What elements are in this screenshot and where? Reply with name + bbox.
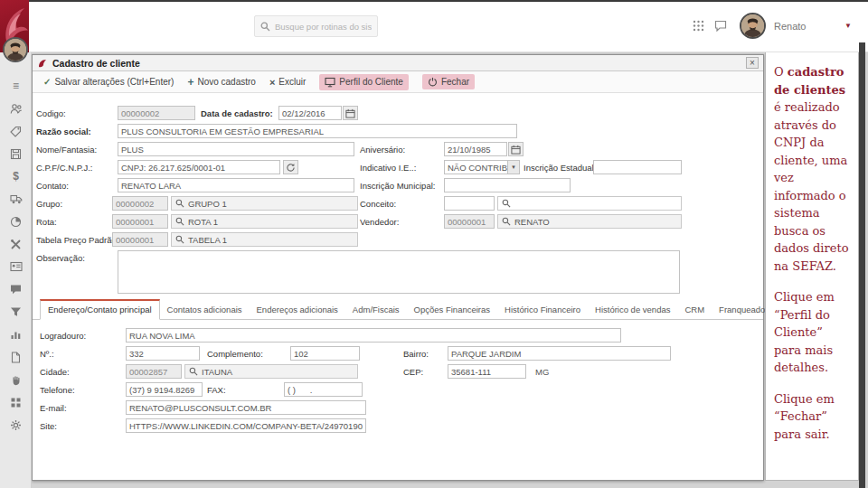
tabela-preco-code-input[interactable] <box>112 232 168 247</box>
email-label: E-mail: <box>40 403 67 413</box>
help-paragraph-1: O cadastro de clientes é realizado atrav… <box>774 63 854 275</box>
save-button[interactable]: ✓Salvar alterações (Ctrl+Enter) <box>43 77 174 87</box>
tab-historico-financeiro[interactable]: Histórico Financeiro <box>497 301 588 319</box>
complemento-input[interactable] <box>290 346 360 361</box>
client-profile-button[interactable]: Perfil do Cliente <box>319 74 409 90</box>
codigo-label: Codigo: <box>36 108 66 118</box>
observacao-textarea[interactable] <box>118 250 680 294</box>
sidebar-icons: ≡ $ <box>0 80 32 431</box>
comment-icon[interactable] <box>10 283 23 296</box>
fax-label: FAX: <box>207 385 226 395</box>
vertical-scrollbar[interactable] <box>859 42 865 488</box>
search-icon <box>502 199 511 208</box>
tab-crm[interactable]: CRM <box>677 301 712 319</box>
search-icon <box>260 22 270 32</box>
search-input[interactable] <box>275 22 372 32</box>
aniversario-input[interactable] <box>444 142 507 156</box>
system-search[interactable] <box>254 15 378 37</box>
inscricao-estadual-input[interactable] <box>593 160 682 174</box>
bar-chart-icon[interactable] <box>10 328 23 341</box>
indicativo-ie-select[interactable]: NÃO CONTRIBU...▼ <box>444 160 520 174</box>
file-icon[interactable] <box>10 351 23 363</box>
tab-opcoes-financeiras[interactable]: Opções Financeiras <box>407 301 497 319</box>
user-avatar[interactable] <box>740 13 766 39</box>
window-close-button[interactable]: × <box>746 57 759 69</box>
cidade-lookup[interactable]: ITAUNA <box>184 364 358 379</box>
conceito-code-input[interactable] <box>444 196 495 211</box>
apps-grid-icon[interactable] <box>692 19 705 33</box>
vendedor-code-input[interactable] <box>444 214 495 229</box>
fax-input[interactable] <box>284 382 363 397</box>
calendar-icon[interactable] <box>343 106 358 120</box>
tab-historico-de-vendas[interactable]: Histórico de vendas <box>588 301 677 319</box>
inscricao-municipal-label: Inscrição Municipal: <box>360 181 435 191</box>
contato-label: Contato: <box>36 181 69 191</box>
user-menu-caret-icon[interactable]: ▼ <box>844 22 852 30</box>
logradouro-label: Logradouro: <box>40 331 86 341</box>
cidade-code-input[interactable] <box>126 364 182 379</box>
rota-code-input[interactable] <box>112 214 168 229</box>
user-name[interactable]: Renato <box>774 21 806 32</box>
calendar-icon[interactable] <box>508 142 524 156</box>
savings-icon[interactable] <box>10 147 23 160</box>
new-record-button[interactable]: +Novo cadastro <box>187 76 256 89</box>
inscricao-municipal-input[interactable] <box>444 178 571 192</box>
site-input[interactable] <box>126 418 366 433</box>
rota-lookup[interactable]: ROTA 1 <box>171 214 358 229</box>
tag-icon[interactable] <box>10 125 23 137</box>
conceito-lookup[interactable] <box>497 196 682 211</box>
grupo-label: Grupo: <box>36 199 62 209</box>
codigo-input[interactable] <box>118 106 195 120</box>
delete-button[interactable]: ×Excluir <box>269 77 306 88</box>
razao-social-input[interactable] <box>118 124 517 138</box>
data-cadastro-input[interactable] <box>278 106 342 120</box>
dollar-icon[interactable]: $ <box>10 170 23 183</box>
close-window-button[interactable]: Fechar <box>422 74 475 89</box>
tab-adm-fiscais[interactable]: Adm/Fiscais <box>345 301 407 319</box>
monitor-icon <box>325 77 335 88</box>
bairro-label: Bairro: <box>403 349 429 359</box>
vendedor-label: Vendedor: <box>360 217 399 227</box>
users-icon[interactable] <box>10 102 23 115</box>
nome-fantasia-input[interactable] <box>118 142 354 156</box>
hand-icon[interactable] <box>10 373 23 386</box>
email-input[interactable] <box>126 400 366 415</box>
tab-enderecos-adicionais[interactable]: Endereços adicionais <box>250 301 345 319</box>
tabela-preco-lookup[interactable]: TABELA 1 <box>171 232 358 247</box>
tab-contatos-adicionais[interactable]: Contatos adicionais <box>160 301 250 319</box>
cep-input[interactable] <box>448 364 526 379</box>
grupo-lookup[interactable]: GRUPO 1 <box>171 196 358 211</box>
grupo-code-input[interactable] <box>112 196 168 211</box>
telefone-label: Telefone: <box>40 385 75 395</box>
tab-endereco-contato-principal[interactable]: Endereço/Contato principal <box>40 299 160 320</box>
uf-value: MG <box>535 367 549 377</box>
tools-icon[interactable] <box>10 238 23 250</box>
telefone-input[interactable] <box>126 382 203 397</box>
sidebar-user-avatar[interactable] <box>3 37 28 62</box>
filter-icon[interactable] <box>10 305 23 318</box>
refresh-icon[interactable] <box>283 160 298 174</box>
chat-icon[interactable] <box>713 19 727 33</box>
window-swoosh-icon <box>37 58 48 69</box>
menu-icon[interactable]: ≡ <box>10 80 23 92</box>
window-titlebar[interactable]: Cadastro de cliente × <box>33 55 763 71</box>
numero-input[interactable] <box>126 346 200 361</box>
plus-icon: + <box>187 76 193 89</box>
search-icon <box>175 217 184 226</box>
cidade-label: Cidade: <box>40 367 70 377</box>
observacao-label: Observação: <box>36 253 85 263</box>
id-card-icon[interactable] <box>10 260 23 273</box>
logradouro-input[interactable] <box>126 328 621 343</box>
pie-chart-icon[interactable] <box>10 215 23 228</box>
aniversario-label: Aniversário: <box>360 145 405 155</box>
contato-input[interactable] <box>118 178 354 192</box>
modules-icon[interactable] <box>10 396 23 408</box>
truck-icon[interactable] <box>10 192 23 205</box>
gear-icon[interactable] <box>10 418 23 431</box>
site-label: Site: <box>40 421 57 431</box>
bairro-input[interactable] <box>448 346 671 361</box>
help-paragraph-3: Clique em “Fechar” para sair. <box>774 390 854 444</box>
cpf-cnpj-input[interactable] <box>118 160 280 174</box>
top-border <box>0 0 868 2</box>
vendedor-lookup[interactable]: RENATO <box>497 214 682 229</box>
